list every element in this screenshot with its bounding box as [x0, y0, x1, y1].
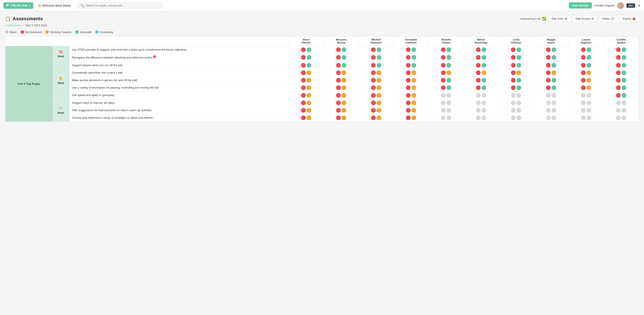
assessment-cell-row9-col5[interactable] [464, 114, 498, 122]
assessment-cell-row0-col2[interactable] [359, 46, 394, 53]
assessment-cell-row3-col0[interactable] [289, 69, 324, 76]
assessment-cell-row6-col3[interactable] [394, 92, 429, 99]
assessment-cell-row5-col0[interactable] [289, 84, 324, 92]
assessment-cell-row0-col7[interactable] [534, 46, 568, 53]
assessment-cell-row8-col7[interactable] [534, 106, 568, 114]
assessment-cell-row0-col5[interactable] [464, 46, 498, 53]
assessment-cell-row5-col5[interactable] [464, 84, 498, 92]
assessment-cell-row2-col3[interactable] [394, 61, 429, 69]
assessment-cell-row4-col0[interactable] [289, 77, 324, 84]
search-input[interactable] [86, 4, 160, 7]
assessment-cell-row2-col9[interactable] [604, 61, 639, 69]
assessment-cell-row2-col8[interactable] [568, 61, 604, 69]
breadcrumb-root[interactable]: Assessments [5, 24, 22, 27]
assessment-cell-row1-col8[interactable] [568, 53, 604, 62]
assessment-cell-row6-col5[interactable] [464, 92, 498, 99]
assessment-cell-row1-col5[interactable] [464, 53, 498, 62]
assessment-cell-row9-col2[interactable] [359, 114, 394, 122]
assessment-cell-row5-col6[interactable] [498, 84, 534, 92]
logo-area[interactable]: 🏳️ THE PE HUB » [4, 2, 33, 9]
notes-button[interactable]: Notes 💬 [599, 15, 618, 22]
assessment-cell-row5-col8[interactable] [568, 84, 604, 92]
assessment-cell-row3-col6[interactable] [498, 69, 534, 76]
dropdown-icon[interactable]: ▼ [638, 4, 640, 7]
assessment-cell-row9-col8[interactable] [568, 114, 604, 122]
assessment-cell-row7-col7[interactable] [534, 99, 568, 106]
assessment-cell-row0-col3[interactable] [394, 46, 429, 53]
export-button[interactable]: Export 📤 [620, 15, 639, 22]
assessment-cell-row7-col6[interactable] [498, 99, 534, 106]
search-bar[interactable]: 🔍 [77, 2, 163, 8]
assessment-cell-row5-col9[interactable] [604, 84, 639, 92]
assessment-cell-row8-col3[interactable] [394, 106, 429, 114]
assessment-cell-row4-col4[interactable] [428, 77, 464, 84]
assessment-cell-row1-col4[interactable] [428, 53, 464, 62]
assessment-cell-row0-col9[interactable] [604, 46, 639, 53]
assessment-cell-row5-col1[interactable] [324, 84, 359, 92]
assessment-cell-row1-col1[interactable] [324, 53, 359, 62]
assessment-cell-row2-col6[interactable] [498, 61, 534, 69]
assessment-cell-row7-col4[interactable] [428, 99, 464, 106]
assessment-cell-row4-col2[interactable] [359, 77, 394, 84]
assessment-cell-row2-col4[interactable] [428, 61, 464, 69]
assessment-cell-row7-col9[interactable] [604, 99, 639, 106]
assessment-cell-row4-col1[interactable] [324, 77, 359, 84]
assessment-cell-row3-col1[interactable] [324, 69, 359, 76]
user-guides-button[interactable]: User Guides [569, 2, 592, 8]
assessment-cell-row3-col2[interactable] [359, 69, 394, 76]
assessment-cell-row7-col0[interactable] [289, 99, 324, 106]
assessment-cell-row9-col0[interactable] [289, 114, 324, 122]
assessment-cell-row3-col8[interactable] [568, 69, 604, 76]
assessment-cell-row6-col0[interactable] [289, 92, 324, 99]
assessment-cell-row8-col5[interactable] [464, 106, 498, 114]
assessment-cell-row5-col4[interactable] [428, 84, 464, 92]
assessment-cell-row1-col9[interactable] [604, 53, 639, 62]
assessment-cell-row4-col9[interactable] [604, 77, 639, 84]
assessment-cell-row6-col2[interactable] [359, 92, 394, 99]
assessment-cell-row9-col3[interactable] [394, 114, 429, 122]
assessment-cell-row7-col5[interactable] [464, 99, 498, 106]
assessment-cell-row0-col4[interactable] [428, 46, 464, 53]
assessment-cell-row0-col6[interactable] [498, 46, 534, 53]
assessment-cell-row6-col6[interactable] [498, 92, 534, 99]
edit-units-button[interactable]: Edit Units ⊞ [548, 15, 570, 22]
assessment-cell-row1-col7[interactable] [534, 53, 568, 62]
assessment-cell-row8-col9[interactable] [604, 106, 639, 114]
assessment-cell-row2-col5[interactable] [464, 61, 498, 69]
assessment-cell-row4-col7[interactable] [534, 77, 568, 84]
assessment-cell-row8-col1[interactable] [324, 106, 359, 114]
assessment-cell-row9-col6[interactable] [498, 114, 534, 122]
assessment-cell-row3-col7[interactable] [534, 69, 568, 76]
assessment-cell-row3-col3[interactable] [394, 69, 429, 76]
assessment-cell-row1-col2[interactable] [359, 53, 394, 62]
assessment-cell-row2-col7[interactable] [534, 61, 568, 69]
assessment-cell-row7-col2[interactable] [359, 99, 394, 106]
assessment-cell-row2-col0[interactable] [289, 61, 324, 69]
assessment-cell-row6-col1[interactable] [324, 92, 359, 99]
assessment-cell-row3-col4[interactable] [428, 69, 464, 76]
assessment-cell-row4-col6[interactable] [498, 77, 534, 84]
assessment-cell-row3-col5[interactable] [464, 69, 498, 76]
assessment-cell-row9-col1[interactable] [324, 114, 359, 122]
assessment-cell-row9-col7[interactable] [534, 114, 568, 122]
assessment-cell-row3-col9[interactable] [604, 69, 639, 76]
assessment-cell-row0-col0[interactable] [289, 46, 324, 53]
assessment-cell-row8-col6[interactable] [498, 106, 534, 114]
assessment-cell-row1-col0[interactable] [289, 53, 324, 62]
assessment-cell-row6-col8[interactable] [568, 92, 604, 99]
assessment-cell-row8-col8[interactable] [568, 106, 604, 114]
assessment-cell-row8-col4[interactable] [428, 106, 464, 114]
assessment-cell-row7-col1[interactable] [324, 99, 359, 106]
assessment-cell-row7-col3[interactable] [394, 99, 429, 106]
assessment-cell-row6-col4[interactable] [428, 92, 464, 99]
assessment-cell-row4-col8[interactable] [568, 77, 604, 84]
assessment-cell-row5-col2[interactable] [359, 84, 394, 92]
edit-groups-button[interactable]: Edit Groups ⊟ [572, 15, 597, 22]
assessment-cell-row8-col0[interactable] [289, 106, 324, 114]
assessment-cell-row1-col6[interactable] [498, 53, 534, 62]
assessment-cell-row0-col1[interactable] [324, 46, 359, 53]
assessment-cell-row5-col7[interactable] [534, 84, 568, 92]
assessment-cell-row4-col5[interactable] [464, 77, 498, 84]
assessment-cell-row6-col7[interactable] [534, 92, 568, 99]
assessment-cell-row4-col3[interactable] [394, 77, 429, 84]
